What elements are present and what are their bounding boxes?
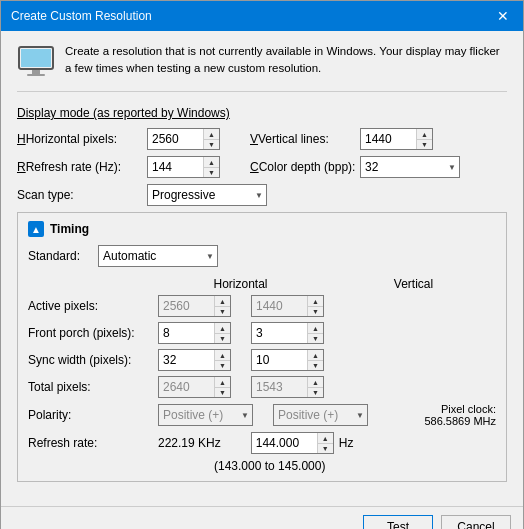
active-pixels-h-input[interactable] <box>159 296 214 316</box>
standard-label: Standard: <box>28 249 98 263</box>
refresh-rate-timing-row: Refresh rate: 222.19 KHz ▲ ▼ Hz <box>28 432 496 454</box>
refresh-rate-timing-value: 222.19 KHz <box>158 436 221 450</box>
total-pixels-h-down[interactable]: ▼ <box>215 387 230 397</box>
total-pixels-h-spinner: ▲ ▼ <box>214 377 230 397</box>
front-porch-v-input[interactable] <box>252 323 307 343</box>
polarity-v-select-wrapper[interactable]: Positive (+) Negative (-) <box>273 404 368 426</box>
vertical-lines-input[interactable] <box>361 129 416 149</box>
front-porch-h-spinbox[interactable]: ▲ ▼ <box>158 322 231 344</box>
front-porch-h-spinner: ▲ ▼ <box>214 323 230 343</box>
cancel-button[interactable]: Cancel <box>441 515 511 529</box>
sync-width-row: Sync width (pixels): ▲ ▼ ▲ ▼ <box>28 349 496 371</box>
dialog-content: Create a resolution that is not currentl… <box>1 31 523 500</box>
standard-select[interactable]: Automatic Manual CVT GTF DMT <box>98 245 218 267</box>
pixel-clock-label: Pixel clock: <box>424 403 496 415</box>
sync-width-h-down[interactable]: ▼ <box>215 360 230 370</box>
dialog-title: Create Custom Resolution <box>11 9 152 23</box>
refresh-rate-spinner: ▲ ▼ <box>203 157 219 177</box>
front-porch-v-down[interactable]: ▼ <box>308 333 323 343</box>
svg-rect-3 <box>27 74 45 76</box>
front-porch-v-spinbox[interactable]: ▲ ▼ <box>251 322 324 344</box>
pixel-clock-value: 586.5869 MHz <box>424 415 496 427</box>
timing-title: Timing <box>50 222 89 236</box>
refresh-rate-up[interactable]: ▲ <box>204 157 219 167</box>
col-horizontal-header: Horizontal <box>158 277 323 291</box>
scan-type-select-wrapper[interactable]: Progressive Interlaced <box>147 184 267 206</box>
sync-width-v-down[interactable]: ▼ <box>308 360 323 370</box>
sync-width-h-up[interactable]: ▲ <box>215 350 230 360</box>
active-pixels-label: Active pixels: <box>28 299 158 313</box>
test-button[interactable]: Test <box>363 515 433 529</box>
sync-width-v-input[interactable] <box>252 350 307 370</box>
horizontal-pixels-up[interactable]: ▲ <box>204 129 219 139</box>
display-mode-label: Display mode (as reported by Windows) <box>17 106 507 120</box>
close-button[interactable]: ✕ <box>493 6 513 26</box>
polarity-row: Polarity: Positive (+) Negative (-) Posi… <box>28 403 496 427</box>
total-pixels-v-down[interactable]: ▼ <box>308 387 323 397</box>
color-depth-group: CColor depth (bpp): 32 16 8 <box>250 156 460 178</box>
horizontal-pixels-spinner: ▲ ▼ <box>203 129 219 149</box>
col-vertical-header: Vertical <box>331 277 496 291</box>
active-pixels-v-spinbox[interactable]: ▲ ▼ <box>251 295 324 317</box>
front-porch-h-input[interactable] <box>159 323 214 343</box>
timing-collapse-button[interactable]: ▲ <box>28 221 44 237</box>
sync-width-h-spinbox[interactable]: ▲ ▼ <box>158 349 231 371</box>
front-porch-label: Front porch (pixels): <box>28 326 158 340</box>
color-depth-label: CColor depth (bpp): <box>250 160 360 174</box>
vertical-lines-label: VVertical lines: <box>250 132 360 146</box>
sync-width-v-spinbox[interactable]: ▲ ▼ <box>251 349 324 371</box>
active-pixels-v-down[interactable]: ▼ <box>308 306 323 316</box>
total-pixels-h-spinbox[interactable]: ▲ ▼ <box>158 376 231 398</box>
active-pixels-v-input[interactable] <box>252 296 307 316</box>
color-depth-select-wrapper[interactable]: 32 16 8 <box>360 156 460 178</box>
standard-row: Standard: Automatic Manual CVT GTF DMT <box>28 245 496 267</box>
vertical-lines-spinbox[interactable]: ▲ ▼ <box>360 128 433 150</box>
active-pixels-h-up[interactable]: ▲ <box>215 296 230 306</box>
refresh-rate-input[interactable] <box>148 157 203 177</box>
front-porch-v-up[interactable]: ▲ <box>308 323 323 333</box>
pixel-clock-section: Pixel clock: 586.5869 MHz <box>424 403 496 427</box>
vertical-lines-down[interactable]: ▼ <box>417 139 432 149</box>
sync-width-v-up[interactable]: ▲ <box>308 350 323 360</box>
color-depth-select[interactable]: 32 16 8 <box>360 156 460 178</box>
total-pixels-v-input[interactable] <box>252 377 307 397</box>
total-pixels-h-input[interactable] <box>159 377 214 397</box>
sync-width-h-input[interactable] <box>159 350 214 370</box>
total-pixels-label: Total pixels: <box>28 380 158 394</box>
total-pixels-h-up[interactable]: ▲ <box>215 377 230 387</box>
refresh-rate-label: RRefresh rate (Hz): <box>17 160 147 174</box>
horizontal-pixels-down[interactable]: ▼ <box>204 139 219 149</box>
front-porch-h-up[interactable]: ▲ <box>215 323 230 333</box>
active-pixels-h-spinbox[interactable]: ▲ ▼ <box>158 295 231 317</box>
standard-select-wrapper[interactable]: Automatic Manual CVT GTF DMT <box>98 245 218 267</box>
active-pixels-v-spinner: ▲ ▼ <box>307 296 323 316</box>
refresh-hz-down[interactable]: ▼ <box>318 443 333 453</box>
refresh-rate-spinbox[interactable]: ▲ ▼ <box>147 156 220 178</box>
active-pixels-h-down[interactable]: ▼ <box>215 306 230 316</box>
monitor-icon <box>17 43 55 81</box>
polarity-v-select[interactable]: Positive (+) Negative (-) <box>273 404 368 426</box>
scan-type-select[interactable]: Progressive Interlaced <box>147 184 267 206</box>
active-pixels-v-up[interactable]: ▲ <box>308 296 323 306</box>
polarity-h-select[interactable]: Positive (+) Negative (-) <box>158 404 253 426</box>
refresh-hz-input[interactable] <box>252 433 317 453</box>
refresh-colordepth-row: RRefresh rate (Hz): ▲ ▼ CColor depth (bp… <box>17 156 507 178</box>
horizontal-pixels-spinbox[interactable]: ▲ ▼ <box>147 128 220 150</box>
refresh-hz-up[interactable]: ▲ <box>318 433 333 443</box>
active-pixels-h-spinner: ▲ ▼ <box>214 296 230 316</box>
total-pixels-v-up[interactable]: ▲ <box>308 377 323 387</box>
range-info: (143.000 to 145.000) <box>214 459 496 473</box>
front-porch-h-down[interactable]: ▼ <box>215 333 230 343</box>
horizontal-pixels-input[interactable] <box>148 129 203 149</box>
horizontal-pixels-label: HHorizontal pixels: <box>17 132 147 146</box>
bottom-bar: Test Cancel <box>1 506 523 529</box>
refresh-rate-down[interactable]: ▼ <box>204 167 219 177</box>
display-mode-section: Display mode (as reported by Windows) HH… <box>17 106 507 206</box>
vertical-lines-up[interactable]: ▲ <box>417 129 432 139</box>
dialog-window: Create Custom Resolution ✕ Create a reso… <box>0 0 524 529</box>
refresh-hz-spinbox[interactable]: ▲ ▼ <box>251 432 334 454</box>
info-text: Create a resolution that is not currentl… <box>65 43 507 78</box>
total-pixels-v-spinbox[interactable]: ▲ ▼ <box>251 376 324 398</box>
polarity-h-select-wrapper[interactable]: Positive (+) Negative (-) <box>158 404 253 426</box>
vertical-lines-group: VVertical lines: ▲ ▼ <box>250 128 433 150</box>
